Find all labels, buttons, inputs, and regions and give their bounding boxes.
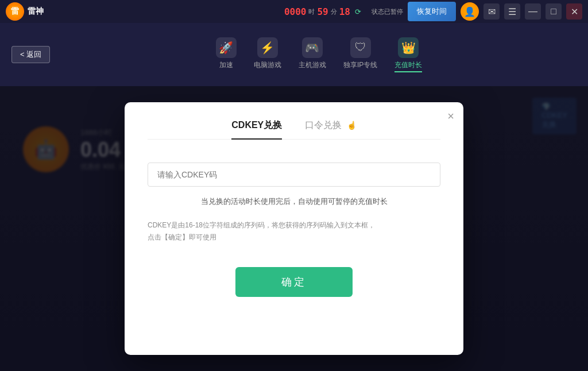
timer-seconds: 18 bbox=[339, 6, 350, 17]
mail-button[interactable]: ✉ bbox=[483, 3, 500, 20]
speed-icon: 🚀 bbox=[216, 37, 237, 58]
timer-display: 0000 bbox=[284, 6, 307, 17]
maximize-button[interactable]: □ bbox=[546, 3, 562, 20]
modal-dialog: × CDKEY兑换 口令兑换 ☝ 当兑换的活动时长使用完后，自动使用可暂停的充值… bbox=[125, 102, 463, 355]
menu-button[interactable]: ☰ bbox=[504, 3, 520, 20]
toolbar: < 返回 🚀 加速 ⚡ 电脑游戏 🎮 主机游戏 🛡 独享IP专线 👑 充值时长 bbox=[0, 23, 588, 86]
modal-tabs: CDKEY兑换 口令兑换 ☝ bbox=[148, 119, 440, 140]
status-text: 状态已暂停 bbox=[372, 7, 403, 16]
info-primary-text: 当兑换的活动时长使用完后，自动使用可暂停的充值时长 bbox=[148, 196, 440, 208]
cursor-icon: ☝ bbox=[347, 121, 357, 130]
avatar-char: 👤 bbox=[464, 6, 475, 17]
nav-console-label: 主机游戏 bbox=[299, 60, 326, 70]
console-games-icon: 🎮 bbox=[302, 37, 323, 58]
nav-pc-games-label: 电脑游戏 bbox=[254, 60, 281, 70]
avatar-icon[interactable]: 👤 bbox=[461, 2, 479, 21]
nav-recharge-label: 充值时长 bbox=[394, 60, 422, 70]
title-bar: 雷 雷神 0000 时 59 分 18 ⟳ 状态已暂停 恢复时间 👤 ✉ ☰ bbox=[0, 0, 588, 23]
timer-min-unit: 分 bbox=[331, 7, 337, 16]
timer-hour-unit: 时 bbox=[308, 7, 315, 16]
modal-body: 当兑换的活动时长使用完后，自动使用可暂停的充值时长 CDKEY是由16-18位字… bbox=[148, 157, 440, 303]
app-logo: 雷 bbox=[6, 2, 24, 21]
timer-indicator: ⟳ bbox=[355, 7, 361, 16]
tab-cdkey[interactable]: CDKEY兑换 bbox=[231, 119, 282, 140]
app-background: 雷 雷神 0000 时 59 分 18 ⟳ 状态已暂停 恢复时间 👤 ✉ ☰ bbox=[0, 0, 588, 371]
recharge-icon: 👑 bbox=[398, 37, 419, 58]
nav-item-pc-games[interactable]: ⚡ 电脑游戏 bbox=[254, 37, 281, 72]
minimize-button[interactable]: — bbox=[525, 3, 541, 20]
menu-icon: ☰ bbox=[508, 6, 516, 17]
title-bar-controls: 0000 时 59 分 18 ⟳ 状态已暂停 恢复时间 👤 ✉ ☰ — □ ✕ bbox=[284, 2, 582, 21]
timer-minutes: 59 bbox=[317, 6, 328, 17]
cdkey-input[interactable] bbox=[148, 163, 440, 187]
confirm-button[interactable]: 确定 bbox=[235, 267, 353, 297]
nav-item-exclusive-ip[interactable]: 🛡 独享IP专线 bbox=[343, 37, 377, 72]
app-title: 雷神 bbox=[28, 6, 284, 17]
info-secondary-text: CDKEY是由16-18位字符组成的序列码，将您获得的序列码输入到文本框， 点击… bbox=[148, 219, 440, 244]
exclusive-ip-icon: 🛡 bbox=[350, 37, 371, 58]
nav-item-recharge[interactable]: 👑 充值时长 bbox=[394, 37, 422, 72]
mail-icon: ✉ bbox=[488, 6, 496, 17]
nav-items: 🚀 加速 ⚡ 电脑游戏 🎮 主机游戏 🛡 独享IP专线 👑 充值时长 bbox=[61, 37, 577, 72]
pc-games-icon: ⚡ bbox=[257, 37, 278, 58]
restore-time-button[interactable]: 恢复时间 bbox=[408, 2, 456, 21]
modal-backdrop: × CDKEY兑换 口令兑换 ☝ 当兑换的活动时长使用完后，自动使用可暂停的充值… bbox=[0, 86, 588, 371]
nav-item-console-games[interactable]: 🎮 主机游戏 bbox=[299, 37, 326, 72]
nav-item-speed[interactable]: 🚀 加速 bbox=[216, 37, 237, 72]
nav-speed-label: 加速 bbox=[219, 60, 233, 70]
modal-close-button[interactable]: × bbox=[447, 110, 454, 122]
back-button[interactable]: < 返回 bbox=[11, 46, 50, 63]
close-button[interactable]: ✕ bbox=[566, 3, 582, 20]
main-content: 💎 CDKEY兑换 🤖 1888小时 0.04 优惠价 ¥88. 元/小时 bbox=[0, 86, 588, 371]
nav-exclusive-label: 独享IP专线 bbox=[343, 60, 377, 70]
tab-point[interactable]: 口令兑换 ☝ bbox=[305, 119, 356, 140]
